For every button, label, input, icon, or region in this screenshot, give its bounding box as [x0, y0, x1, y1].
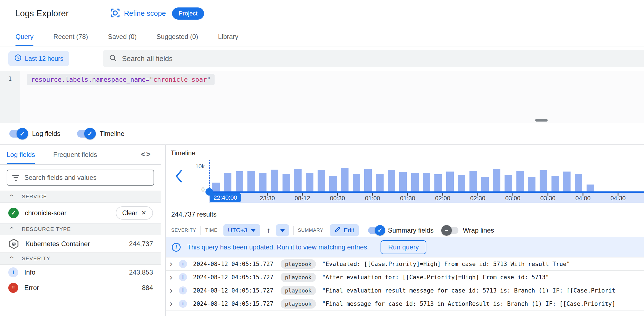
timezone-dropdown[interactable]: UTC+3 — [223, 224, 260, 236]
logs-explorer-app: Logs Explorer Refine scope Project Query… — [0, 0, 644, 316]
panel-resize-gutter[interactable] — [161, 145, 165, 316]
timeline-bar[interactable] — [563, 172, 571, 191]
tab-log-fields[interactable]: Log fields — [7, 145, 35, 164]
timeline-toggle[interactable]: ✓ — [77, 130, 94, 138]
log-container-chip: playbook — [281, 273, 316, 282]
wrap-lines-toggle[interactable]: − — [443, 227, 458, 234]
toggle-minus-icon: − — [441, 225, 452, 236]
timeline-bar[interactable] — [411, 173, 419, 191]
timeline-bar[interactable] — [446, 172, 454, 191]
timeline-bar[interactable] — [469, 171, 477, 191]
info-severity-icon: i — [179, 273, 187, 281]
code-brackets-icon[interactable]: <> — [134, 145, 155, 164]
severity-error-row[interactable]: !! Error 884 — [0, 280, 161, 296]
service-item-row[interactable]: ✓ chronicle-soar Clear ✕ — [0, 203, 161, 223]
expand-chevron-icon[interactable]: › — [170, 272, 179, 282]
timeline-bar[interactable] — [212, 183, 220, 191]
timeline-bar[interactable] — [271, 170, 278, 191]
timeline-bar[interactable] — [247, 171, 255, 191]
tab-query[interactable]: Query — [15, 27, 33, 46]
timeline-bar[interactable] — [423, 173, 430, 191]
log-entry-row[interactable]: › i 2024-08-12 04:05:15.727 playbook "Fi… — [166, 297, 644, 310]
project-scope-badge[interactable]: Project — [172, 7, 204, 20]
timeline-bar[interactable] — [236, 171, 243, 191]
tab-saved[interactable]: Saved (0) — [108, 27, 137, 46]
tab-suggested[interactable]: Suggested (0) — [157, 27, 198, 46]
column-time: TIME — [205, 228, 217, 233]
timeline-bar[interactable] — [516, 171, 524, 191]
axis-tick-label: 03:00 — [505, 195, 520, 202]
selection-start-line — [209, 160, 210, 191]
query-editor[interactable]: 1 resource.labels.namespace_name="chroni… — [0, 71, 644, 123]
timeline-bar[interactable] — [283, 174, 290, 191]
severity-info-label: Info — [24, 268, 123, 276]
timeline-bar[interactable] — [540, 170, 547, 191]
edit-summary-button[interactable]: Edit — [330, 224, 359, 236]
tab-frequent-fields[interactable]: Frequent fields — [53, 145, 97, 164]
timeline-bar[interactable] — [318, 170, 325, 191]
timeline-bar[interactable] — [306, 173, 313, 191]
severity-info-row[interactable]: i Info 243,853 — [0, 265, 161, 280]
timeline-toggle-label: Timeline — [100, 130, 125, 138]
summary-fields-label: Summary fields — [388, 227, 434, 234]
tab-library[interactable]: Library — [218, 27, 238, 46]
timeline-bar[interactable] — [364, 169, 372, 191]
timeline-bar[interactable] — [528, 177, 535, 191]
editor-code-area[interactable]: resource.labels.namespace_name="chronicl… — [20, 71, 215, 123]
tab-recent[interactable]: Recent (78) — [53, 27, 88, 46]
timeline-bar[interactable] — [329, 176, 337, 191]
log-entry-row[interactable]: › i 2024-08-12 04:05:15.727 playbook "Ev… — [166, 257, 644, 271]
timeline-bar[interactable] — [376, 174, 384, 191]
time-range-button[interactable]: Last 12 hours — [8, 51, 69, 66]
fields-search-input[interactable] — [24, 174, 129, 181]
timeline-bar[interactable] — [493, 169, 500, 191]
fields-search-box[interactable] — [7, 170, 154, 186]
log-entry-row[interactable]: › i 2024-08-12 04:05:15.727 playbook "Af… — [166, 271, 644, 284]
timeline-bar[interactable] — [224, 173, 231, 191]
timeline-axis-band[interactable]: 22:40:00 23:3008-1200:3001:0001:3002:000… — [209, 193, 644, 203]
summary-fields-toggle[interactable]: ✓ — [368, 227, 384, 234]
section-severity[interactable]: ⌃ SEVERITY — [0, 252, 161, 265]
section-service[interactable]: ⌃ SERVICE — [0, 191, 161, 203]
expand-chevron-icon[interactable]: › — [170, 259, 179, 269]
timeline-bar[interactable] — [551, 176, 559, 191]
log-message: "Final message for case id: 5713 in Acti… — [322, 301, 615, 307]
timeline-bar[interactable] — [399, 172, 407, 191]
timeline-bar[interactable] — [353, 174, 360, 191]
pencil-icon — [334, 227, 341, 234]
refine-scope-button[interactable]: Refine scope — [110, 8, 166, 19]
results-panel: Timeline 10k 0 — [165, 145, 644, 316]
time-options-dropdown[interactable] — [276, 224, 289, 236]
chevron-left-icon[interactable] — [175, 170, 182, 184]
query-code-line[interactable]: resource.labels.namespace_name="chronicl… — [27, 74, 215, 85]
selection-handle-dot[interactable] — [205, 188, 213, 196]
filter-icon — [12, 175, 19, 181]
expand-chevron-icon[interactable]: › — [170, 286, 179, 295]
section-resource-type[interactable]: ⌃ RESOURCE TYPE — [0, 223, 161, 235]
selection-start-pill[interactable]: 22:40:00 — [210, 193, 241, 202]
timeline-bar[interactable] — [388, 170, 395, 191]
search-all-fields[interactable] — [103, 50, 644, 67]
timeline-bar[interactable] — [341, 168, 349, 191]
axis-tick-label: 08-12 — [295, 195, 310, 202]
timeline-bar[interactable] — [458, 175, 465, 191]
expand-chevron-icon[interactable]: › — [170, 299, 179, 309]
clear-filter-button[interactable]: Clear ✕ — [116, 206, 153, 220]
timeline-bar[interactable] — [481, 177, 489, 191]
resource-item-row[interactable]: Kubernetes Container 244,737 — [0, 235, 161, 252]
timeline-bar[interactable] — [434, 174, 442, 191]
timeline-bar[interactable] — [575, 174, 582, 191]
log-entry-row[interactable]: › i 2024-08-12 04:05:15.727 playbook "Fi… — [166, 284, 644, 297]
axis-tick-label: 01:00 — [365, 195, 380, 202]
log-fields-toggle[interactable]: ✓ — [9, 130, 27, 138]
timeline-bar[interactable] — [294, 169, 302, 191]
timeline-bar[interactable] — [587, 185, 594, 191]
timeline-bar[interactable] — [505, 175, 512, 191]
search-input[interactable] — [122, 54, 287, 63]
run-query-button[interactable]: Run query — [381, 240, 427, 254]
timezone-label: UTC+3 — [228, 227, 247, 234]
editor-resize-handle[interactable] — [535, 119, 548, 122]
log-entries-list: › i 2024-08-12 04:05:15.727 playbook "Ev… — [166, 257, 644, 316]
timeline-bar[interactable] — [259, 173, 266, 191]
sort-ascending-icon[interactable]: ↑ — [267, 226, 271, 235]
